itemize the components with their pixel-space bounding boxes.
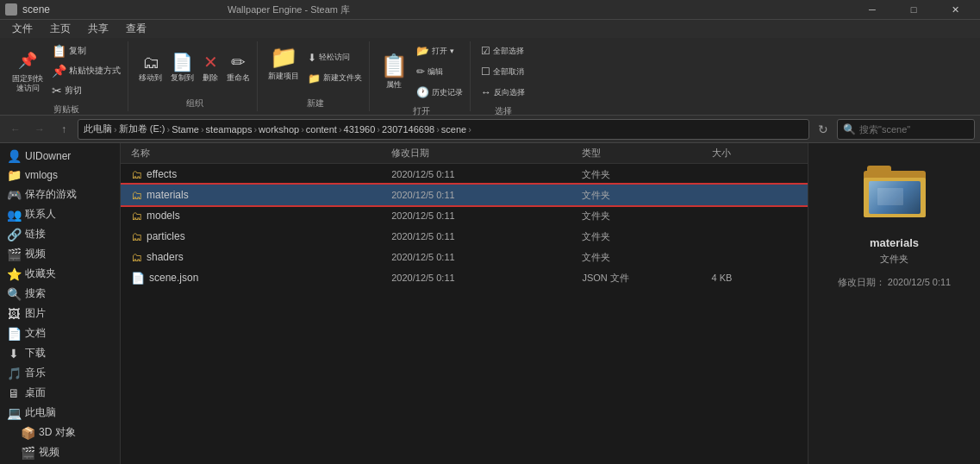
- preview-folder-icon: [864, 166, 926, 217]
- table-row[interactable]: 🗂 shaders 2020/12/5 0:11 文件夹: [121, 247, 808, 267]
- copy-icon: 📋: [52, 44, 66, 58]
- sidebar-label-8: 图片: [25, 306, 46, 321]
- path-steamapps[interactable]: steamapps: [206, 124, 253, 135]
- ribbon-selectall-btn[interactable]: ☑ 全部选择: [478, 41, 528, 60]
- table-row[interactable]: 🗂 models 2020/12/5 0:11 文件夹: [121, 205, 808, 226]
- table-row[interactable]: 📄 scene.json 2020/12/5 0:11 JSON 文件 4 KB: [121, 267, 808, 288]
- path-2307146698[interactable]: 2307146698: [382, 124, 434, 135]
- newitem-label: 新建项目: [268, 71, 299, 82]
- history-icon: 🕐: [416, 86, 429, 98]
- table-row[interactable]: 🗂 effects 2020/12/5 0:11 文件夹: [121, 164, 808, 185]
- menu-share[interactable]: 共享: [79, 20, 117, 38]
- sidebar-item-9[interactable]: 📄 文档: [0, 323, 120, 343]
- search-box[interactable]: 🔍: [837, 119, 975, 140]
- ribbon-edit-btn[interactable]: ✏ 编辑: [413, 62, 466, 81]
- sidebar-label-13: 此电脑: [25, 405, 56, 420]
- sidebar-item-13[interactable]: 💻 此电脑: [0, 403, 120, 423]
- ribbon-copyto-btn[interactable]: 📄 复制到: [167, 50, 197, 85]
- copy-label: 复制: [69, 45, 86, 57]
- sidebar-item-12[interactable]: 🖥 桌面: [0, 383, 120, 403]
- paste-shortcut-label: 粘贴快捷方式: [69, 65, 121, 77]
- path-workshop[interactable]: workshop: [259, 124, 299, 135]
- sidebar-label-5: 视频: [25, 247, 46, 261]
- open-label: 打开 ▾: [432, 46, 454, 57]
- ribbon-history-btn[interactable]: 🕐 历史记录: [413, 83, 466, 102]
- sidebar-label-11: 音乐: [25, 366, 46, 380]
- sidebar-item-14[interactable]: 📦 3D 对象: [0, 423, 120, 442]
- table-row[interactable]: 🗂 materials 2020/12/5 0:11 文件夹: [121, 185, 808, 205]
- ribbon-easyaccess-btn[interactable]: ⬇ 轻松访问: [304, 48, 365, 67]
- ribbon-delete-btn[interactable]: ✕ 删除: [199, 50, 222, 85]
- ribbon-move-btn[interactable]: 🗂 移动到: [135, 51, 165, 85]
- sidebar-item-1[interactable]: 📁 vmlogs: [0, 166, 120, 185]
- file-name: materials: [147, 189, 189, 201]
- col-type[interactable]: 类型: [578, 147, 708, 160]
- file-date: 2020/12/5 0:11: [388, 210, 578, 221]
- menu-file[interactable]: 文件: [3, 20, 41, 38]
- selectnone-icon: ☐: [481, 66, 490, 78]
- window-title: scene: [22, 3, 50, 16]
- file-name: models: [147, 210, 180, 222]
- sidebar-item-15[interactable]: 🎬 视频: [0, 442, 120, 462]
- search-input[interactable]: [859, 124, 969, 135]
- ribbon-properties-btn[interactable]: 📋 属性: [377, 51, 411, 92]
- ribbon-copy-btn[interactable]: 📋 复制: [48, 41, 124, 60]
- col-size[interactable]: 大小: [708, 147, 801, 160]
- sidebar-item-11[interactable]: 🎵 音乐: [0, 363, 120, 383]
- path-pc[interactable]: 此电脑: [84, 122, 112, 135]
- menu-home[interactable]: 主页: [41, 20, 79, 38]
- sidebar: 👤 UIDowner 📁 vmlogs 🎮 保存的游戏 👥 联系人 🔗 链接 🎬…: [0, 143, 121, 464]
- sidebar-item-8[interactable]: 🖼 图片: [0, 304, 120, 323]
- select-label: 选择: [478, 103, 528, 119]
- newitem-icon: 📁: [270, 44, 297, 71]
- ribbon-cut-btn[interactable]: ✂ 剪切: [48, 81, 124, 100]
- path-scene[interactable]: scene: [441, 124, 466, 135]
- ribbon-newfolder-btn[interactable]: 📁 新建文件夹: [304, 69, 365, 88]
- ribbon-paste-shortcut-btn[interactable]: 📌 粘贴快捷方式: [48, 61, 124, 80]
- pin-icon: 📌: [16, 48, 40, 72]
- close-button[interactable]: ✕: [935, 0, 975, 19]
- ribbon-newitem-btn[interactable]: 📁 新建项目: [265, 42, 303, 94]
- sidebar-item-5[interactable]: 🎬 视频: [0, 244, 120, 264]
- ribbon-invertselect-btn[interactable]: ↔ 反向选择: [478, 83, 528, 102]
- table-row[interactable]: 🗂 particles 2020/12/5 0:11 文件夹: [121, 226, 808, 247]
- address-path[interactable]: 此电脑 › 新加卷 (E:) › Stame › steamapps › wor…: [78, 119, 809, 140]
- sidebar-item-10[interactable]: ⬇ 下载: [0, 343, 120, 363]
- refresh-button[interactable]: ↻: [813, 119, 833, 140]
- forward-button[interactable]: →: [29, 119, 50, 140]
- file-type: 文件夹: [578, 168, 708, 181]
- file-area: 名称 修改日期 类型 大小 🗂 effects 2020/12/5 0:11 文…: [121, 143, 808, 464]
- up-button[interactable]: ↑: [53, 119, 74, 140]
- maximize-button[interactable]: □: [894, 0, 933, 19]
- sidebar-icon-13: 💻: [7, 406, 21, 420]
- sidebar-icon-4: 🔗: [7, 228, 21, 241]
- path-stame[interactable]: Stame: [172, 124, 199, 135]
- preview-panel: materials 文件夹 修改日期： 2020/12/5 0:11: [808, 143, 980, 464]
- sidebar-label-4: 链接: [25, 227, 46, 241]
- back-button[interactable]: ←: [5, 119, 26, 140]
- file-icon: 📄: [131, 272, 145, 285]
- path-drive[interactable]: 新加卷 (E:): [119, 122, 165, 135]
- sidebar-item-6[interactable]: ⭐ 收藏夹: [0, 264, 120, 284]
- clipboard-label: 剪贴板: [9, 102, 124, 117]
- file-type: JSON 文件: [578, 272, 708, 285]
- path-431960[interactable]: 431960: [344, 124, 376, 135]
- sidebar-item-0[interactable]: 👤 UIDowner: [0, 147, 120, 166]
- window-controls: ─ □ ✕: [852, 0, 975, 19]
- sidebar-item-2[interactable]: 🎮 保存的游戏: [0, 185, 120, 204]
- properties-icon: 📋: [380, 53, 408, 79]
- ribbon-pin-btn[interactable]: 📌 固定到快速访问: [9, 47, 47, 95]
- sidebar-item-7[interactable]: 🔍 搜索: [0, 284, 120, 304]
- ribbon-rename-btn[interactable]: ✏ 重命名: [223, 50, 253, 85]
- col-name[interactable]: 名称: [128, 147, 379, 160]
- sidebar-item-4[interactable]: 🔗 链接: [0, 224, 120, 244]
- path-content[interactable]: content: [306, 124, 337, 135]
- ribbon-selectnone-btn[interactable]: ☐ 全部取消: [478, 62, 528, 81]
- sidebar-item-3[interactable]: 👥 联系人: [0, 204, 120, 224]
- newfolder-label: 新建文件夹: [323, 72, 362, 84]
- selectall-icon: ☑: [481, 45, 490, 57]
- ribbon-open-btn[interactable]: 📂 打开 ▾: [413, 41, 466, 60]
- col-date[interactable]: 修改日期: [388, 147, 578, 160]
- menu-view[interactable]: 查看: [117, 20, 155, 38]
- minimize-button[interactable]: ─: [852, 0, 892, 19]
